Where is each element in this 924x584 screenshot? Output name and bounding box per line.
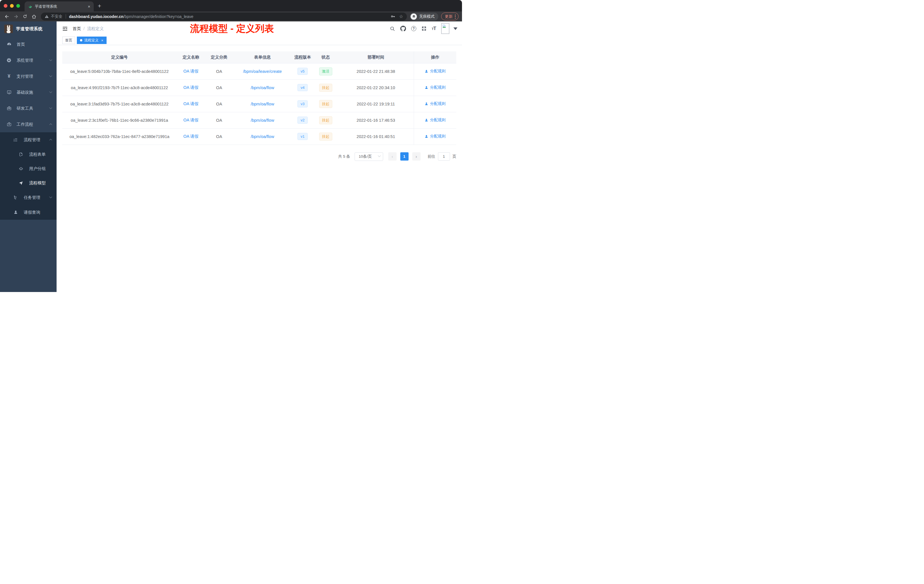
sidebar-item-workflow[interactable]: 工作流程	[0, 116, 56, 132]
url-path: /bpm/manager/definition?key=oa_leave	[124, 14, 193, 19]
breadcrumb-home[interactable]: 首页	[73, 26, 81, 31]
new-tab-button[interactable]: +	[98, 3, 101, 10]
col-form-info: 表单信息	[233, 51, 292, 63]
sidebar-item-process-model[interactable]: 流程模型	[0, 176, 56, 190]
fullscreen-icon[interactable]	[421, 26, 427, 31]
update-label[interactable]: 更新	[445, 14, 452, 19]
zoom-window-button[interactable]	[16, 4, 20, 8]
table-row: oa_leave:5:004b710b-7b8a-11ec-8ef0-acde4…	[62, 63, 456, 79]
tab-title: 芋道管理系统	[35, 4, 85, 9]
form-link[interactable]: /bpm/oa/flow	[251, 86, 274, 90]
browser-update-button[interactable]: 更新	[441, 13, 459, 20]
sidebar-item-label: 流程管理	[24, 137, 40, 143]
sidebar-item-home[interactable]: 首页	[0, 36, 56, 52]
breadcrumb: 首页 / 流程定义	[73, 26, 104, 31]
assign-rule-button[interactable]: 分配规则	[424, 69, 446, 74]
dashboard-icon	[6, 42, 12, 47]
definition-name-link[interactable]: OA 请假	[183, 85, 198, 90]
github-icon[interactable]	[400, 26, 406, 31]
security-label[interactable]: 不安全	[51, 14, 63, 19]
browser-tab[interactable]: 芋道管理系统 ×	[25, 2, 94, 12]
version-badge: v5	[297, 68, 308, 75]
breadcrumb-current: 流程定义	[87, 26, 104, 31]
assign-rule-button[interactable]: 分配规则	[424, 134, 446, 139]
sidebar: 芋道管理系统 首页 系统管理 ¥ 支付管理 基础设施	[0, 21, 56, 292]
back-icon[interactable]	[4, 14, 10, 19]
form-icon	[18, 152, 24, 157]
sidebar-item-system[interactable]: 系统管理	[0, 52, 56, 68]
definition-name-link[interactable]: OA 请假	[183, 134, 198, 139]
sidebar-item-user-group[interactable]: 用户分组	[0, 162, 56, 176]
incognito-label: 无痕模式	[419, 14, 435, 19]
form-link[interactable]: /bpm/oa/leave/create	[243, 69, 282, 74]
sidebar-item-label: 工作流程	[16, 122, 33, 127]
incognito-icon	[411, 13, 417, 20]
sidebar-item-label: 支付管理	[16, 74, 33, 79]
sidebar-item-label: 请假查询	[24, 210, 40, 215]
sidebar-item-label: 用户分组	[29, 166, 46, 172]
definition-name-link[interactable]: OA 请假	[183, 118, 198, 122]
assign-rule-button[interactable]: 分配规则	[424, 101, 446, 106]
font-size-icon[interactable]: TT	[432, 26, 436, 31]
sidebar-item-infra[interactable]: 基础设施	[0, 84, 56, 100]
home-icon[interactable]	[31, 14, 36, 19]
address-bar[interactable]: 不安全 dashboard.yudao.iocoder.cn/bpm/manag…	[41, 13, 407, 21]
prev-page-button[interactable]: ‹	[388, 152, 396, 160]
sidebar-item-process-manage[interactable]: 流程管理	[0, 132, 56, 147]
sidebar-item-label: 流程模型	[29, 180, 46, 186]
status-badge: 挂起	[319, 100, 332, 108]
sidebar-item-devtools[interactable]: 研发工具	[0, 100, 56, 116]
page-size-select[interactable]: 10条/页	[355, 152, 383, 161]
form-link[interactable]: /bpm/oa/flow	[251, 118, 274, 122]
version-badge: v1	[297, 133, 308, 140]
table-header-row: 定义编号 定义名称 定义分类 表单信息 流程版本 状态 部署时间 操作	[62, 51, 456, 63]
window-controls[interactable]	[4, 4, 20, 8]
help-icon[interactable]: ?	[411, 26, 416, 31]
definition-category: OA	[205, 128, 233, 145]
definition-category: OA	[205, 79, 233, 96]
person-icon	[13, 210, 18, 214]
sidebar-item-process-form[interactable]: 流程表单	[0, 147, 56, 162]
security-warning-icon[interactable]	[45, 14, 49, 18]
tags-view-bar: 首页 流程定义 ×	[56, 36, 462, 45]
reload-icon[interactable]	[23, 14, 27, 19]
key-icon[interactable]	[391, 14, 396, 19]
assign-rule-button[interactable]: 分配规则	[424, 117, 446, 122]
forward-icon[interactable]	[13, 14, 18, 19]
toolbox-icon	[6, 106, 12, 111]
form-link[interactable]: /bpm/oa/flow	[251, 102, 274, 106]
next-page-button[interactable]: ›	[412, 152, 421, 160]
app-navbar: 首页 / 流程定义 流程模型 - 定义列表 ? TT	[56, 21, 462, 36]
close-window-button[interactable]	[4, 4, 7, 8]
app-logo-avatar	[4, 25, 13, 33]
bookmark-star-icon[interactable]: ☆	[399, 14, 403, 19]
sidebar-collapse-icon[interactable]	[62, 26, 68, 31]
form-link[interactable]: /bpm/oa/flow	[251, 134, 274, 139]
tag-process-definition[interactable]: 流程定义 ×	[77, 36, 107, 44]
current-page-button[interactable]: 1	[400, 152, 409, 160]
tag-close-icon[interactable]: ×	[101, 38, 104, 43]
minimize-window-button[interactable]	[10, 4, 14, 8]
chevron-down-icon	[378, 154, 381, 157]
definition-category: OA	[205, 96, 233, 112]
app-logo-row[interactable]: 芋道管理系统	[0, 21, 56, 36]
definition-name-link[interactable]: OA 请假	[183, 69, 198, 73]
tag-home[interactable]: 首页	[62, 36, 75, 44]
version-badge: v4	[297, 84, 308, 91]
tab-close-icon[interactable]: ×	[88, 4, 90, 9]
browser-menu-icon[interactable]	[455, 15, 456, 18]
avatar[interactable]	[441, 23, 449, 34]
goto-page-input[interactable]	[438, 152, 450, 160]
page-size-value: 10条/页	[359, 154, 372, 159]
definition-name-link[interactable]: OA 请假	[183, 101, 198, 106]
definition-table: 定义编号 定义名称 定义分类 表单信息 流程版本 状态 部署时间 操作 oa_l…	[62, 51, 456, 145]
avatar-caret-icon[interactable]	[454, 27, 457, 30]
sidebar-item-task-manage[interactable]: 任务管理	[0, 190, 56, 205]
sidebar-item-leave-query[interactable]: 请假查询	[0, 205, 56, 220]
search-icon[interactable]	[390, 26, 395, 31]
sidebar-item-payment[interactable]: ¥ 支付管理	[0, 68, 56, 84]
assign-rule-button[interactable]: 分配规则	[424, 85, 446, 90]
deploy-time: 2022-01-22 19:19:11	[338, 96, 414, 112]
page-annotation-title: 流程模型 - 定义列表	[190, 22, 274, 35]
pagination: 共 5 条 10条/页 ‹ 1 › 前往 页	[62, 152, 456, 161]
